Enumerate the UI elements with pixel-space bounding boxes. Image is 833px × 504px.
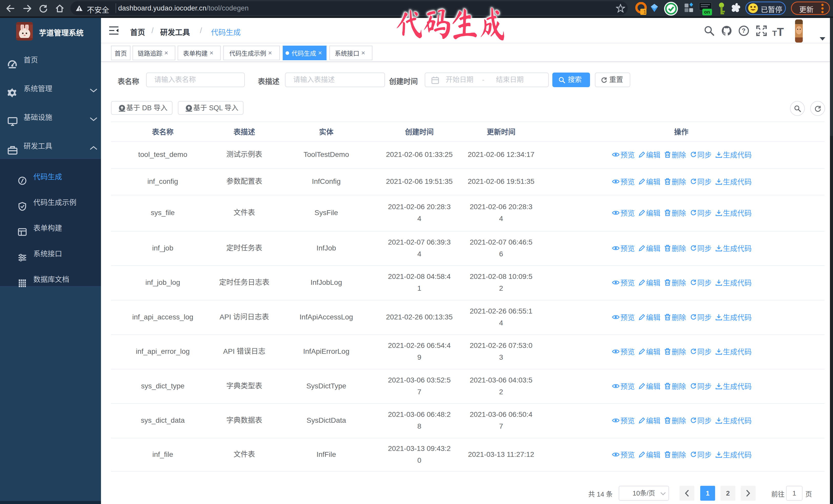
svg-text:on: on [704, 9, 710, 15]
svg-text:1: 1 [643, 9, 646, 15]
svg-text:?: ? [742, 27, 745, 34]
